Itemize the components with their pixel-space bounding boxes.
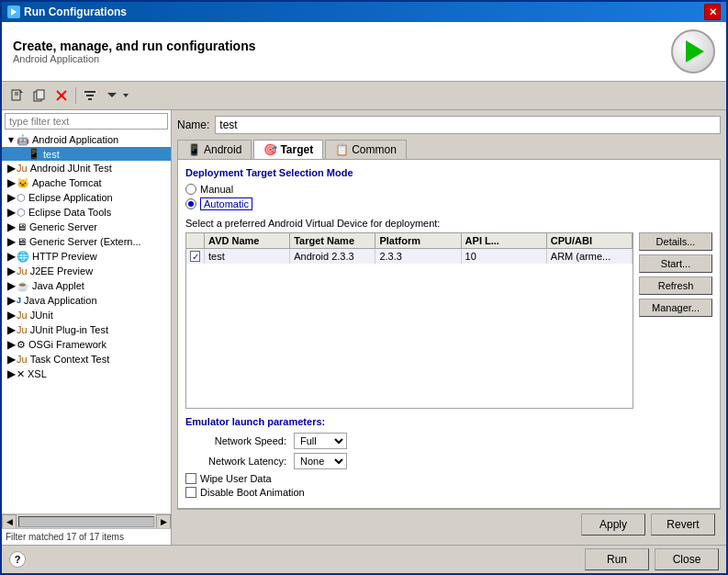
sidebar-item-j2ee[interactable]: ▶ Ju J2EE Preview <box>2 264 171 278</box>
sidebar-item-apache-tomcat[interactable]: ▶ 🐱 Apache Tomcat <box>2 175 171 190</box>
scroll-right-button[interactable]: ▶ <box>156 514 171 529</box>
title-bar: Run Configurations ✕ <box>2 2 726 22</box>
generic-server-label: Generic Server <box>29 221 97 232</box>
name-label: Name: <box>177 118 209 131</box>
expand-arrow-junit2: ▶ <box>6 309 17 321</box>
tab-common[interactable]: 📋 Common <box>325 140 407 159</box>
duplicate-button[interactable] <box>29 85 50 106</box>
expand-arrow-osgi: ▶ <box>6 338 17 351</box>
sidebar-item-test[interactable]: 📱 test <box>2 147 171 161</box>
sidebar-item-task-context[interactable]: ▶ Ju Task Context Test <box>2 352 171 366</box>
sidebar-item-java-app[interactable]: ▶ J Java Application <box>2 293 171 308</box>
revert-button[interactable]: Revert <box>651 513 715 536</box>
sidebar-scroll: ◀ ▶ <box>2 513 171 528</box>
run-button[interactable]: Run <box>585 548 649 570</box>
tomcat-icon: 🐱 <box>17 177 29 189</box>
sidebar-item-http-preview[interactable]: ▶ 🌐 HTTP Preview <box>2 249 171 264</box>
svg-rect-10 <box>86 95 94 96</box>
network-latency-label: Network Latency: <box>185 456 286 467</box>
sidebar-item-eclipse-app[interactable]: ▶ ⬡ Eclipse Application <box>2 190 171 205</box>
scroll-left-button[interactable]: ◀ <box>2 514 17 529</box>
svg-rect-6 <box>37 90 44 99</box>
expand-arrow-junit: ▶ <box>6 162 17 175</box>
avd-table: AVD Name Target Name Platform API L... C… <box>185 232 633 409</box>
sidebar-item-android-junit[interactable]: ▶ Ju Android JUnit Test <box>2 161 171 175</box>
row-checkbox[interactable] <box>186 249 205 264</box>
generic-server-ext-label: Generic Server (Extern... <box>29 236 141 247</box>
table-row[interactable]: test Android 2.3.3 2.3.3 10 ARM (arme... <box>186 249 633 264</box>
start-button[interactable]: Start... <box>639 254 712 273</box>
network-latency-select[interactable]: None GPRS EDGE UMTS <box>294 453 347 469</box>
new-config-button[interactable] <box>7 85 28 106</box>
sidebar-item-android-app-group[interactable]: ▾ 🤖 Android Application <box>2 132 171 147</box>
toolbar-dropdown[interactable] <box>102 85 129 106</box>
sidebar-item-generic-server-ext[interactable]: ▶ 🖥 Generic Server (Extern... <box>2 234 171 249</box>
sidebar-item-junit-plugin[interactable]: ▶ Ju JUnit Plug-in Test <box>2 322 171 337</box>
footer-bar: ? Run Close <box>2 545 726 573</box>
name-input[interactable] <box>215 116 721 134</box>
refresh-button[interactable]: Refresh <box>639 276 712 295</box>
sidebar: ▾ 🤖 Android Application 📱 test ▶ Ju Andr… <box>2 110 172 545</box>
horizontal-scrollbar[interactable] <box>18 516 154 527</box>
disable-boot-label: Disable Boot Animation <box>200 487 305 498</box>
manual-radio[interactable] <box>185 184 196 195</box>
network-speed-select[interactable]: Full GPRS EDGE UMTS <box>294 433 347 449</box>
content-panel: Name: 📱 Android 🎯 Target 📋 Common <box>172 110 726 545</box>
avd-side-buttons: Details... Start... Refresh Manager... <box>639 232 712 409</box>
details-button[interactable]: Details... <box>639 232 712 251</box>
apply-button[interactable]: Apply <box>581 513 645 536</box>
close-button[interactable]: Close <box>655 548 719 570</box>
target-tab-label: Target <box>280 143 313 156</box>
tab-target[interactable]: 🎯 Target <box>253 140 323 159</box>
header-subtitle: Android Application <box>13 53 256 64</box>
wipe-user-data-checkbox[interactable] <box>185 473 196 484</box>
filter-button[interactable] <box>80 85 100 106</box>
header-text: Create, manage, and run configurations A… <box>13 39 256 64</box>
expand-arrow-eclipse-data: ▶ <box>6 206 17 219</box>
automatic-radio[interactable] <box>185 198 196 209</box>
emulator-section: Emulator launch parameters: Network Spee… <box>185 416 712 501</box>
help-button[interactable]: ? <box>9 551 26 568</box>
avd-checkbox[interactable] <box>190 251 200 262</box>
target-tab-icon: 🎯 <box>263 143 277 156</box>
sidebar-item-eclipse-data[interactable]: ▶ ⬡ Eclipse Data Tools <box>2 205 171 220</box>
run-icon <box>671 29 715 73</box>
junit-label: JUnit <box>30 310 53 321</box>
osgi-label: OSGi Framework <box>28 339 106 350</box>
expand-arrow-task: ▶ <box>6 353 17 366</box>
tree-area: ▾ 🤖 Android Application 📱 test ▶ Ju Andr… <box>2 132 171 513</box>
delete-button[interactable] <box>51 85 72 106</box>
java-applet-icon: ☕ <box>17 280 29 292</box>
tab-android[interactable]: 📱 Android <box>177 140 252 159</box>
test-item-label: test <box>43 149 60 160</box>
sidebar-item-generic-server[interactable]: ▶ 🖥 Generic Server <box>2 220 171 234</box>
expand-arrow-java-app: ▶ <box>6 294 17 307</box>
sidebar-item-junit[interactable]: ▶ Ju JUnit <box>2 308 171 322</box>
title-bar-left: Run Configurations <box>7 6 127 18</box>
manager-button[interactable]: Manager... <box>639 299 712 317</box>
sidebar-item-osgi[interactable]: ▶ ⚙ OSGi Framework <box>2 337 171 352</box>
filter-input[interactable] <box>5 113 168 130</box>
automatic-radio-row: Automatic <box>185 197 712 210</box>
main-area: ▾ 🤖 Android Application 📱 test ▶ Ju Andr… <box>2 110 726 545</box>
manual-label: Manual <box>200 184 233 195</box>
generic-server-icon: 🖥 <box>17 221 27 232</box>
automatic-label: Automatic <box>200 197 252 210</box>
row-target-name: Android 2.3.3 <box>290 249 375 264</box>
tab-content-target: Deployment Target Selection Mode Manual … <box>177 159 721 509</box>
toolbar-sep-1 <box>75 87 76 104</box>
expand-arrow-eclipse: ▶ <box>6 191 17 204</box>
sidebar-item-xsl[interactable]: ▶ ✕ XSL <box>2 366 171 381</box>
network-latency-row: Network Latency: None GPRS EDGE UMTS <box>185 453 712 469</box>
sidebar-item-java-applet[interactable]: ▶ ☕ Java Applet <box>2 278 171 293</box>
disable-boot-checkbox[interactable] <box>185 487 196 498</box>
window-close-button[interactable]: ✕ <box>704 4 721 20</box>
row-platform: 2.3.3 <box>375 249 461 264</box>
header-area: Create, manage, and run configurations A… <box>2 22 726 82</box>
collapse-button[interactable] <box>102 85 122 106</box>
eclipse-app-icon: ⬡ <box>17 192 26 204</box>
row-cpu: ARM (arme... <box>547 249 633 264</box>
test-item-icon: 📱 <box>28 148 40 160</box>
expand-arrow-xsl: ▶ <box>6 367 17 380</box>
row-avd-name: test <box>205 249 290 264</box>
